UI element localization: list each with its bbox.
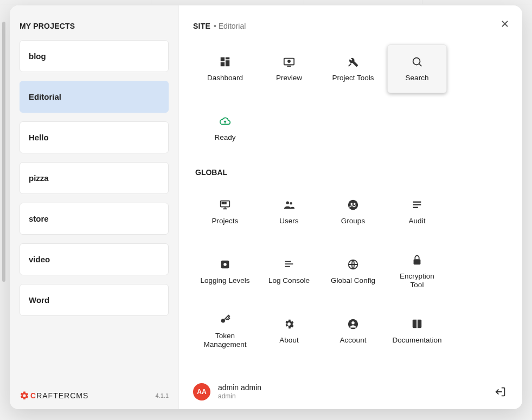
preview-icon [283, 55, 296, 68]
tile-encryption-tool[interactable]: EncryptionTool [387, 247, 447, 296]
sidebar-footer: CRAFTERCMS 4.1.1 [20, 385, 169, 400]
tile-about[interactable]: About [259, 307, 319, 356]
project-card-editorial[interactable]: Editorial [20, 81, 169, 113]
tile-label: Documentation [393, 336, 442, 345]
site-label: SITE [193, 22, 210, 30]
tile-label: Search [406, 74, 429, 82]
page-scrollbar[interactable] [2, 22, 5, 282]
tile-label: Audit [409, 217, 426, 225]
tile-dashboard[interactable]: Dashboard [195, 44, 255, 93]
gear-icon [20, 391, 29, 400]
svg-rect-20 [285, 261, 291, 262]
navigation-dialog: MY PROJECTS blogEditorialHellopizzastore… [10, 5, 522, 409]
svg-rect-0 [221, 57, 225, 61]
user-display-name: admin admin [218, 383, 261, 392]
tile-token-management[interactable]: TokenManagement [195, 307, 255, 356]
logout-icon [495, 386, 507, 398]
svg-rect-16 [413, 204, 421, 205]
tile-label: Groups [341, 217, 365, 225]
svg-point-10 [286, 202, 290, 205]
dashboard-icon [219, 55, 232, 68]
project-card-video[interactable]: video [20, 243, 169, 275]
tile-project-tools[interactable]: Project Tools [323, 44, 383, 93]
sidebar-title: MY PROJECTS [20, 22, 169, 30]
lines-icon [283, 258, 296, 271]
tile-label: Log Console [268, 276, 310, 285]
close-icon [499, 18, 510, 29]
svg-point-6 [413, 58, 420, 65]
svg-rect-9 [225, 203, 226, 204]
tools-icon [347, 55, 360, 68]
site-name: • Editorial [214, 22, 246, 30]
svg-point-14 [354, 203, 356, 205]
svg-point-13 [350, 203, 352, 205]
lock-icon [411, 254, 424, 267]
book-icon [411, 318, 424, 331]
site-tile-grid: DashboardPreviewProject ToolsSearchReady [195, 44, 508, 153]
tile-label: Global Config [331, 276, 375, 285]
tile-label: Preview [276, 74, 302, 82]
tile-label: About [279, 336, 298, 345]
tile-log-console[interactable]: Log Console [259, 247, 319, 296]
group-circle-icon [347, 198, 360, 211]
tile-label: TokenManagement [204, 332, 247, 348]
search-icon [411, 55, 424, 68]
settings-box-icon [219, 258, 232, 271]
user-texts: admin admin admin [218, 383, 261, 400]
tile-documentation[interactable]: Documentation [387, 307, 447, 356]
cloud-up-icon [219, 115, 232, 128]
project-card-pizza[interactable]: pizza [20, 162, 169, 194]
brand-text: CRAFTERCMS [30, 391, 88, 400]
tile-audit[interactable]: Audit [387, 188, 447, 236]
svg-rect-2 [226, 60, 229, 66]
svg-rect-24 [414, 260, 421, 265]
project-card-store[interactable]: store [20, 203, 169, 235]
project-card-word[interactable]: Word [20, 284, 169, 316]
svg-rect-1 [226, 57, 229, 60]
svg-rect-3 [221, 62, 225, 66]
main-panel: SITE • Editorial DashboardPreviewProject… [179, 5, 522, 409]
svg-rect-15 [413, 202, 421, 203]
svg-point-12 [348, 200, 358, 210]
tile-groups[interactable]: Groups [323, 188, 383, 236]
tile-search[interactable]: Search [387, 44, 447, 93]
tile-label: Project Tools [332, 74, 374, 82]
tile-label: Account [340, 336, 367, 345]
project-card-blog[interactable]: blog [20, 40, 169, 72]
svg-rect-17 [413, 207, 418, 208]
project-card-hello[interactable]: Hello [20, 121, 169, 153]
sidebar: MY PROJECTS blogEditorialHellopizzastore… [10, 5, 179, 409]
user-block[interactable]: AA admin admin admin [193, 383, 261, 400]
project-list: blogEditorialHellopizzastorevideoWord [20, 40, 169, 316]
tile-label: EncryptionTool [400, 272, 434, 289]
gear-c-icon [283, 318, 296, 331]
close-button[interactable] [497, 16, 512, 31]
globe-icon [347, 258, 360, 271]
tile-label: Logging Levels [201, 276, 250, 285]
tile-users[interactable]: Users [259, 188, 319, 236]
global-tile-grid: ProjectsUsersGroupsAuditLogging LevelsLo… [195, 188, 508, 356]
tile-global-config[interactable]: Global Config [323, 247, 383, 296]
tile-account[interactable]: Account [323, 307, 383, 356]
brand-logo: CRAFTERCMS [20, 391, 88, 400]
tile-ready[interactable]: Ready [195, 104, 255, 153]
tile-label: Ready [214, 133, 235, 142]
version-text: 4.1.1 [156, 392, 169, 399]
tile-logging-levels[interactable]: Logging Levels [195, 247, 255, 296]
global-section-title: GLOBAL [195, 168, 508, 177]
tile-projects[interactable]: Projects [195, 188, 255, 236]
svg-point-25 [221, 319, 225, 323]
main-footer: AA admin admin admin [193, 383, 508, 400]
svg-point-5 [288, 60, 290, 62]
tile-preview[interactable]: Preview [259, 44, 319, 93]
account-icon [347, 318, 360, 331]
svg-rect-22 [285, 266, 290, 267]
logout-button[interactable] [493, 384, 508, 399]
key-icon [219, 313, 232, 326]
avatar: AA [193, 383, 210, 400]
svg-point-11 [290, 202, 292, 205]
background-seams [0, 0, 532, 4]
people-icon [283, 198, 296, 211]
desktop-icon [219, 198, 232, 211]
svg-rect-8 [222, 203, 224, 204]
